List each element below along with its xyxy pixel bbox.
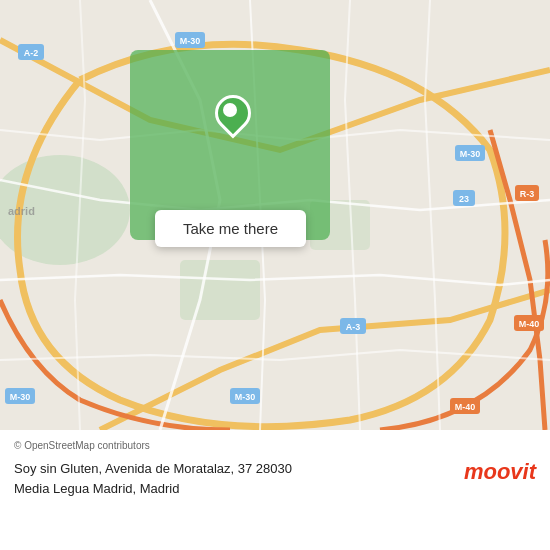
- attribution: © OpenStreetMap contributors: [14, 440, 536, 451]
- svg-text:M-40: M-40: [519, 319, 540, 329]
- svg-rect-2: [180, 260, 260, 320]
- svg-text:23: 23: [459, 194, 469, 204]
- svg-text:A-2: A-2: [24, 48, 39, 58]
- svg-text:M-30: M-30: [460, 149, 481, 159]
- svg-text:M-30: M-30: [235, 392, 256, 402]
- svg-text:A-3: A-3: [346, 322, 361, 332]
- address-name: Soy sin Gluten, Avenida de Moratalaz, 37…: [14, 461, 292, 476]
- location-info: Soy sin Gluten, Avenida de Moratalaz, 37…: [14, 459, 536, 498]
- address-area: Media Legua Madrid, Madrid: [14, 481, 179, 496]
- app-container: A-2 M-30 M-30 M-30 M-30 A-3 R-3 M-40 M-4…: [0, 0, 550, 550]
- moovit-text: moovit: [464, 459, 536, 485]
- svg-text:M-30: M-30: [10, 392, 31, 402]
- svg-text:R-3: R-3: [520, 189, 535, 199]
- location-pin: [215, 95, 251, 139]
- svg-text:M-30: M-30: [180, 36, 201, 46]
- take-me-there-button[interactable]: Take me there: [155, 210, 306, 247]
- svg-text:adrid: adrid: [8, 205, 35, 217]
- moovit-logo: moovit: [464, 459, 536, 485]
- map-area: A-2 M-30 M-30 M-30 M-30 A-3 R-3 M-40 M-4…: [0, 0, 550, 430]
- svg-text:M-40: M-40: [455, 402, 476, 412]
- bottom-panel: © OpenStreetMap contributors Soy sin Glu…: [0, 430, 550, 550]
- address: Soy sin Gluten, Avenida de Moratalaz, 37…: [14, 459, 454, 498]
